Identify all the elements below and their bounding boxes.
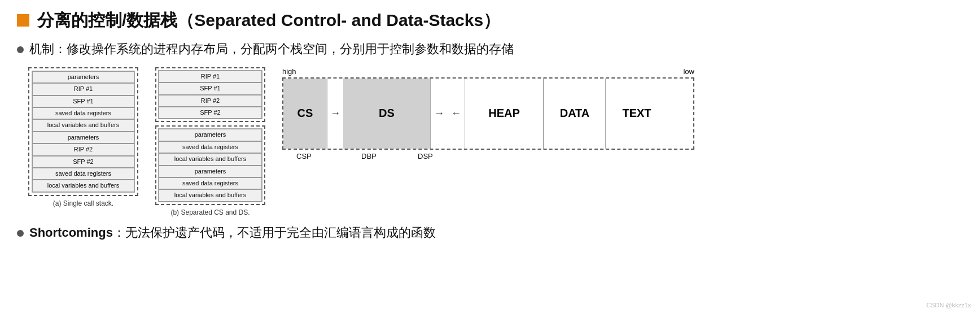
mem-heap-block: HEAP — [465, 79, 544, 149]
mem-cs-block: CS — [283, 79, 327, 149]
arrow-ds-right: → — [431, 79, 448, 149]
bullet2-bold: Shortcomings — [29, 225, 113, 240]
cell-a-5: parameters — [32, 132, 134, 144]
title-icon — [17, 14, 29, 27]
watermark: CSDN @kkzz1x — [926, 302, 971, 308]
mem-row: CS → DS → ← HEA — [282, 77, 694, 150]
mem-top-labels: high low — [282, 67, 694, 76]
ds-inner: parameters saved data registers local va… — [158, 128, 262, 202]
diagram-b-caption: (b) Separated CS and DS. — [170, 208, 250, 216]
cell-a-1: RIP #1 — [32, 83, 134, 95]
ds-cell-0: parameters — [159, 129, 262, 141]
mem-ds-label: DS — [379, 107, 395, 120]
title-row: 分离的控制/数据栈（Separated Control- and Data-St… — [17, 10, 963, 31]
mem-text-label: TEXT — [622, 107, 651, 120]
ds-cell-5: local variables and buffers — [159, 189, 262, 201]
bullet1-text: 机制：修改操作系统的进程内存布局，分配两个栈空间，分别用于控制参数和数据的存储 — [29, 41, 514, 58]
cell-a-7: SFP #2 — [32, 156, 134, 168]
cell-a-8: saved data registers — [32, 168, 134, 180]
ds-cell-4: saved data registers — [159, 177, 262, 189]
cell-a-2: SFP #1 — [32, 95, 134, 107]
mem-cs-label: CS — [298, 107, 313, 120]
mem-ds-block: DS — [343, 79, 431, 149]
ds-box: parameters saved data registers local va… — [155, 125, 265, 205]
cell-a-3: saved data registers — [32, 107, 134, 119]
arrow-left-icon: ← — [451, 107, 461, 119]
arrow-right-1-icon: → — [330, 107, 340, 119]
bullet2-text: Shortcomings：无法保护遗产代码，不适用于完全由汇编语言构成的函数 — [29, 224, 436, 242]
label-dbp: DBP — [361, 152, 377, 160]
cs-cell-3: SFP #2 — [159, 107, 262, 119]
label-csp: CSP — [296, 152, 312, 160]
cs-cell-2: RIP #2 — [159, 95, 262, 107]
label-low: low — [683, 67, 694, 76]
arrow-right-2-icon: → — [434, 107, 444, 119]
arrow-heap-left: ← — [448, 79, 465, 149]
ds-cell-2: local variables and buffers — [159, 153, 262, 165]
bullet2-dot — [17, 230, 24, 237]
cs-cell-0: RIP #1 — [159, 71, 262, 82]
bullet2-row: Shortcomings：无法保护遗产代码，不适用于完全由汇编语言构成的函数 — [17, 224, 963, 242]
diagram-a-caption: (a) Single call stack. — [53, 199, 113, 207]
cs-cell-1: SFP #1 — [159, 82, 262, 94]
page: 分离的控制/数据栈（Separated Control- and Data-St… — [0, 0, 980, 313]
mem-heap-label: HEAP — [488, 107, 520, 120]
label-dsp: DSP — [418, 152, 433, 160]
diagram-b: RIP #1 SFP #1 RIP #2 SFP #2 parameters s… — [155, 67, 265, 216]
mem-data-block: DATA — [544, 79, 606, 149]
single-stack-inner: parameters RIP #1 SFP #1 saved data regi… — [32, 71, 135, 193]
memory-diagram: high low CS → DS → — [282, 67, 694, 166]
page-title: 分离的控制/数据栈（Separated Control- and Data-St… — [37, 10, 500, 31]
arrow-cs-ds: → — [327, 79, 343, 149]
ds-cell-1: saved data registers — [159, 141, 262, 153]
cs-inner: RIP #1 SFP #1 RIP #2 SFP #2 — [158, 70, 262, 120]
bullet1-dot — [17, 46, 24, 53]
bullet2-rest: ：无法保护遗产代码，不适用于完全由汇编语言构成的函数 — [113, 225, 436, 240]
single-stack-outer: parameters RIP #1 SFP #1 saved data regi… — [28, 67, 138, 196]
mem-text-block: TEXT — [606, 79, 668, 149]
separated-stacks: RIP #1 SFP #1 RIP #2 SFP #2 parameters s… — [155, 67, 265, 205]
ds-cell-3: parameters — [159, 166, 262, 177]
diagram-a: parameters RIP #1 SFP #1 saved data regi… — [28, 67, 138, 207]
cell-a-6: RIP #2 — [32, 144, 134, 155]
cell-a-0: parameters — [32, 71, 134, 83]
mem-data-label: DATA — [560, 107, 590, 120]
label-high: high — [282, 67, 296, 76]
bullet1-row: 机制：修改操作系统的进程内存布局，分配两个栈空间，分别用于控制参数和数据的存储 — [17, 41, 963, 58]
cs-box: RIP #1 SFP #1 RIP #2 SFP #2 — [155, 67, 265, 123]
mem-bottom-labels: CSP DBP DSP — [282, 152, 694, 166]
diagrams-row: parameters RIP #1 SFP #1 saved data regi… — [28, 67, 963, 216]
cell-a-4: local variables and buffers — [32, 119, 134, 131]
cell-a-9: local variables and buffers — [32, 180, 134, 192]
